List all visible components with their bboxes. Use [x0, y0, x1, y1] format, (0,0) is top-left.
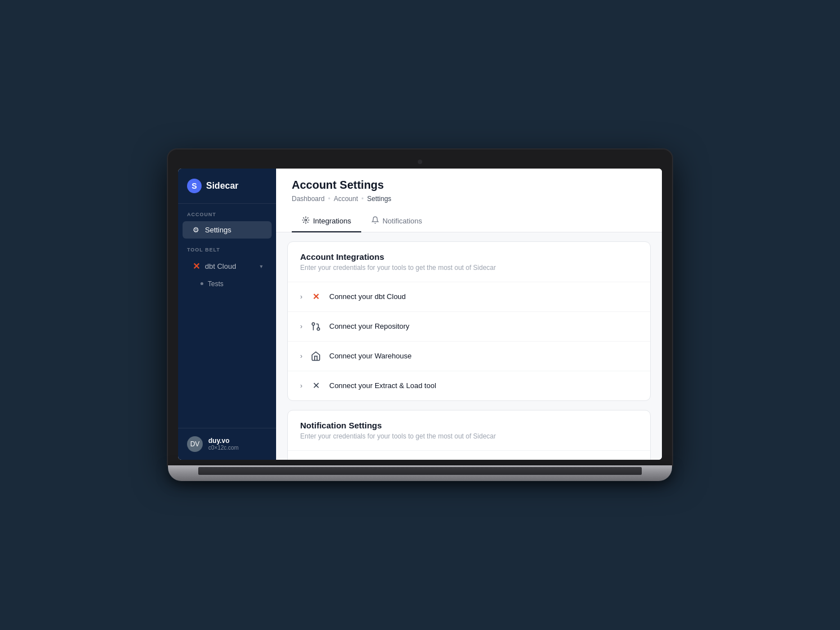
sidebar-item-settings[interactable]: ⚙ Settings [183, 221, 272, 239]
main-content: Account Settings Dashboard • Account • S… [276, 169, 662, 460]
content-area: Account Integrations Enter your credenti… [276, 232, 662, 460]
notification-buttons: Slack [288, 450, 650, 460]
sidebar: S Sidecar ACCOUNT ⚙ Settings TOOL BELT ✕… [178, 169, 276, 460]
sidebar-sub-tests-label: Tests [208, 280, 223, 288]
logo-icon: S [187, 179, 202, 193]
screen-bezel: S Sidecar ACCOUNT ⚙ Settings TOOL BELT ✕… [168, 150, 672, 465]
integration-dbt-cloud[interactable]: › ✕ Connect your dbt Cloud [288, 282, 650, 312]
breadcrumb: Dashboard • Account • Settings [292, 195, 646, 203]
breadcrumb-dashboard[interactable]: Dashboard [292, 195, 325, 203]
tab-integrations[interactable]: Integrations [292, 211, 361, 232]
screen: S Sidecar ACCOUNT ⚙ Settings TOOL BELT ✕… [178, 169, 662, 460]
sidebar-footer: DV duy.vo c0×12c.com [178, 428, 276, 460]
username: duy.vo [208, 437, 239, 445]
notification-title: Notification Settings [300, 421, 638, 430]
user-email: c0×12c.com [208, 445, 239, 451]
notification-card: Notification Settings Enter your credent… [287, 410, 651, 460]
integration-extract-label: Connect your Extract & Load tool [329, 381, 436, 390]
dbt-logo-icon: ✕ [312, 292, 320, 302]
sidebar-logo[interactable]: S Sidecar [178, 169, 276, 204]
integrations-title: Account Integrations [300, 252, 638, 262]
sidebar-item-settings-label: Settings [205, 226, 231, 234]
notification-header: Notification Settings Enter your credent… [288, 410, 650, 450]
chevron-right-icon-4: › [300, 382, 302, 390]
breadcrumb-account[interactable]: Account [334, 195, 358, 203]
integration-warehouse[interactable]: › Connect your Warehouse [288, 342, 650, 371]
logo-text: Sidecar [206, 181, 239, 191]
integrations-card: Account Integrations Enter your credenti… [287, 241, 651, 401]
sidebar-item-dbt-cloud[interactable]: ✕ dbt Cloud ▾ [183, 256, 272, 276]
laptop-body [168, 465, 672, 481]
user-info: duy.vo c0×12c.com [208, 437, 239, 451]
integrations-subtitle: Enter your credentials for your tools to… [300, 264, 638, 272]
tab-bar: Integrations Notifications [292, 211, 646, 232]
integration-list: › ✕ Connect your dbt Cloud › [288, 282, 650, 400]
repo-logo [309, 320, 323, 333]
breadcrumb-sep-2: • [361, 195, 363, 203]
svg-point-0 [305, 219, 307, 221]
breadcrumb-sep-1: • [328, 195, 330, 203]
avatar-initials: DV [190, 440, 200, 448]
notifications-tab-icon [371, 216, 379, 226]
avatar: DV [187, 436, 203, 452]
chevron-right-icon: › [300, 293, 302, 301]
sidebar-section-account: ACCOUNT [178, 204, 276, 221]
svg-point-2 [312, 323, 315, 325]
integrations-header: Account Integrations Enter your credenti… [288, 242, 650, 282]
extract-icon: ✕ [312, 380, 320, 391]
dbt-icon: ✕ [192, 261, 200, 272]
integration-extract-load[interactable]: › ✕ Connect your Extract & Load tool [288, 371, 650, 400]
page-title: Account Settings [292, 179, 646, 192]
integration-warehouse-label: Connect your Warehouse [329, 352, 412, 360]
chevron-down-icon: ▾ [260, 263, 263, 269]
settings-icon: ⚙ [192, 226, 200, 234]
notification-subtitle: Enter your credentials for your tools to… [300, 432, 638, 440]
chevron-right-icon-3: › [300, 352, 302, 360]
chevron-right-icon-2: › [300, 323, 302, 330]
sidebar-sub-item-tests[interactable]: Tests [178, 277, 276, 291]
keyboard [198, 467, 642, 475]
laptop-container: S Sidecar ACCOUNT ⚙ Settings TOOL BELT ✕… [168, 150, 672, 481]
integration-repo-label: Connect your Repository [329, 322, 409, 330]
dot-icon [200, 282, 203, 285]
dbt-cloud-logo: ✕ [309, 290, 323, 304]
extract-logo: ✕ [309, 379, 323, 393]
integration-dbt-label: Connect your dbt Cloud [329, 292, 406, 301]
sidebar-section-toolbelt: TOOL BELT [178, 239, 276, 256]
warehouse-logo [309, 349, 323, 363]
sidebar-item-dbt-label: dbt Cloud [205, 262, 236, 270]
integration-repository[interactable]: › Connect your Repository [288, 312, 650, 342]
breadcrumb-settings: Settings [367, 195, 391, 203]
integrations-tab-icon [302, 216, 310, 226]
svg-point-1 [317, 328, 320, 330]
main-header: Account Settings Dashboard • Account • S… [276, 169, 662, 232]
tab-notifications-label: Notifications [382, 217, 422, 225]
tab-notifications[interactable]: Notifications [361, 211, 432, 232]
tab-integrations-label: Integrations [313, 217, 351, 225]
camera [418, 160, 422, 164]
